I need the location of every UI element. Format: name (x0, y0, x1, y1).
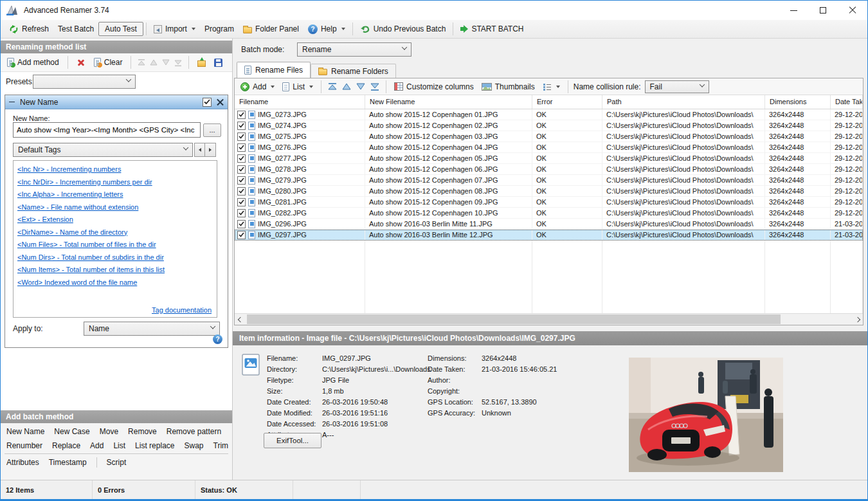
column-header[interactable]: Error (532, 95, 602, 109)
table-row[interactable]: IMG_0274.JPGAuto show 2015-12 Copenhagen… (235, 120, 863, 131)
row-checkbox[interactable] (237, 165, 246, 174)
batch-method-move[interactable]: Move (100, 427, 118, 436)
column-header[interactable]: New Filename (365, 95, 532, 109)
method-help-icon[interactable]: ? (213, 334, 222, 344)
tag-category-dropdown[interactable]: Default Tags (13, 143, 193, 157)
column-header[interactable]: Dimensions (765, 95, 831, 109)
table-row[interactable]: IMG_0297.JPGAuto show 2016-03 Berlin Mit… (235, 230, 863, 241)
column-header[interactable]: Filename (235, 95, 365, 109)
tag-page-next-button[interactable] (205, 143, 216, 157)
tag-link[interactable]: <Word> Indexed word of the file name (17, 278, 213, 286)
tag-link[interactable]: <Num Dirs> - Total number of subdirs in … (17, 253, 213, 261)
batch-method-new-name[interactable]: New Name (6, 427, 44, 436)
maximize-button[interactable] (808, 1, 838, 20)
batch-method-list-replace[interactable]: List replace (135, 441, 174, 450)
start-batch-button[interactable]: START BATCH (456, 22, 528, 36)
batch-method-remove[interactable]: Remove (128, 427, 157, 436)
folder-panel-button[interactable]: Folder Panel (239, 22, 303, 36)
batch-mode-dropdown[interactable]: Rename (297, 42, 411, 57)
save-preset-button[interactable] (212, 57, 225, 68)
column-header[interactable]: Path (602, 95, 765, 109)
row-checkbox[interactable] (237, 143, 246, 152)
batch-method-swap[interactable]: Swap (184, 441, 203, 450)
scroll-right-button[interactable] (852, 314, 863, 325)
program-button[interactable]: Program (200, 22, 239, 36)
move-method-down-icon[interactable] (161, 59, 170, 67)
scrollbar-thumb[interactable] (247, 314, 781, 324)
column-header[interactable]: Date Taken (831, 95, 863, 109)
view-mode-button[interactable] (540, 82, 563, 92)
clear-methods-button[interactable]: Clear (91, 57, 125, 68)
table-row[interactable]: IMG_0296.JPGAuto show 2016-03 Berlin Mit… (235, 219, 863, 230)
add-method-button[interactable]: Add method (5, 57, 62, 68)
row-checkbox[interactable] (237, 220, 246, 228)
tag-page-prev-button[interactable] (194, 143, 205, 157)
new-name-input[interactable] (13, 122, 201, 138)
table-row[interactable]: IMG_0276.JPGAuto show 2015-12 Copenhagen… (235, 142, 863, 153)
method-header[interactable]: New Name (5, 95, 228, 109)
tag-link[interactable]: <Num Files> - Total number of files in t… (17, 241, 213, 248)
test-batch-button[interactable]: Test Batch (53, 22, 98, 36)
minimize-button[interactable] (779, 1, 808, 20)
batch-method-new-case[interactable]: New Case (54, 427, 89, 436)
horizontal-scrollbar[interactable] (235, 313, 863, 325)
table-row[interactable]: IMG_0273.JPGAuto show 2015-12 Copenhagen… (235, 109, 863, 120)
delete-method-button[interactable] (74, 57, 88, 68)
tab-rename-files[interactable]: Rename Files (237, 62, 311, 78)
table-row[interactable]: IMG_0280.JPGAuto show 2015-12 Copenhagen… (235, 186, 863, 197)
batch-method-replace[interactable]: Replace (52, 441, 80, 450)
batch-method-renumber[interactable]: Renumber (6, 441, 42, 450)
batch-method-add[interactable]: Add (90, 441, 104, 450)
row-checkbox[interactable] (237, 176, 246, 185)
table-row[interactable]: IMG_0279.JPGAuto show 2015-12 Copenhagen… (235, 175, 863, 186)
thumbnails-button[interactable]: Thumbnails (479, 81, 538, 93)
tag-link[interactable]: <Name> - File name without extension (17, 203, 213, 211)
collision-rule-dropdown[interactable]: Fail (645, 80, 709, 93)
batch-method-trim[interactable]: Trim (213, 441, 229, 450)
customize-columns-button[interactable]: Customize columns (392, 81, 476, 93)
row-checkbox[interactable] (237, 154, 246, 163)
table-row[interactable]: IMG_0281.JPGAuto show 2015-12 Copenhagen… (235, 197, 863, 208)
browse-pattern-button[interactable]: ... (203, 123, 221, 137)
table-row[interactable]: IMG_0275.JPGAuto show 2015-12 Copenhagen… (235, 131, 863, 142)
batch-method-list[interactable]: List (113, 441, 125, 450)
tag-documentation-link[interactable]: Tag documentation (152, 306, 212, 314)
scrollbar-track[interactable] (246, 314, 852, 325)
exiftool-button[interactable]: ExifTool... (264, 433, 321, 448)
presets-dropdown[interactable] (33, 75, 136, 89)
tag-link[interactable]: <Num Items> - Total number of items in t… (17, 266, 213, 273)
table-row[interactable]: IMG_0278.JPGAuto show 2015-12 Copenhagen… (235, 164, 863, 175)
row-checkbox[interactable] (237, 198, 246, 206)
tag-link[interactable]: <Inc NrDir> - Incrementing numbers per d… (17, 178, 213, 186)
batch-method-remove-pattern[interactable]: Remove pattern (167, 427, 221, 436)
add-files-button[interactable]: Add (238, 81, 277, 93)
move-top-icon[interactable] (327, 82, 338, 91)
batch-method-timestamp[interactable]: Timestamp (49, 458, 87, 467)
auto-test-toggle[interactable]: Auto Test (98, 22, 143, 36)
move-method-up-icon[interactable] (149, 59, 158, 67)
batch-method-attributes[interactable]: Attributes (6, 458, 39, 467)
method-enabled-checkbox[interactable] (203, 98, 212, 107)
load-preset-button[interactable] (195, 57, 208, 68)
row-checkbox[interactable] (237, 187, 246, 196)
table-row[interactable]: IMG_0282.JPGAuto show 2015-12 Copenhagen… (235, 208, 863, 219)
method-close-icon[interactable] (217, 98, 224, 105)
tag-link[interactable]: <Inc Alpha> - Incrementing letters (17, 190, 213, 198)
row-checkbox[interactable] (237, 122, 246, 130)
move-method-bottom-icon[interactable] (174, 59, 183, 67)
row-checkbox[interactable] (237, 111, 246, 119)
row-checkbox[interactable] (237, 231, 246, 239)
list-button[interactable]: List (280, 81, 316, 93)
tag-link[interactable]: <Ext> - Extension (17, 215, 213, 223)
move-down-icon[interactable] (355, 82, 366, 91)
help-button[interactable]: ? Help (303, 22, 350, 37)
apply-to-dropdown[interactable]: Name (84, 322, 220, 336)
tag-link[interactable]: <Inc Nr> - Incrementing numbers (17, 165, 213, 173)
refresh-button[interactable]: Refresh (5, 22, 53, 37)
import-button[interactable]: Import (149, 22, 200, 36)
move-up-icon[interactable] (341, 82, 352, 91)
tab-rename-folders[interactable]: Rename Folders (311, 64, 396, 78)
table-row[interactable]: IMG_0277.JPGAuto show 2015-12 Copenhagen… (235, 153, 863, 164)
collapse-icon[interactable] (9, 102, 15, 103)
row-checkbox[interactable] (237, 209, 246, 217)
